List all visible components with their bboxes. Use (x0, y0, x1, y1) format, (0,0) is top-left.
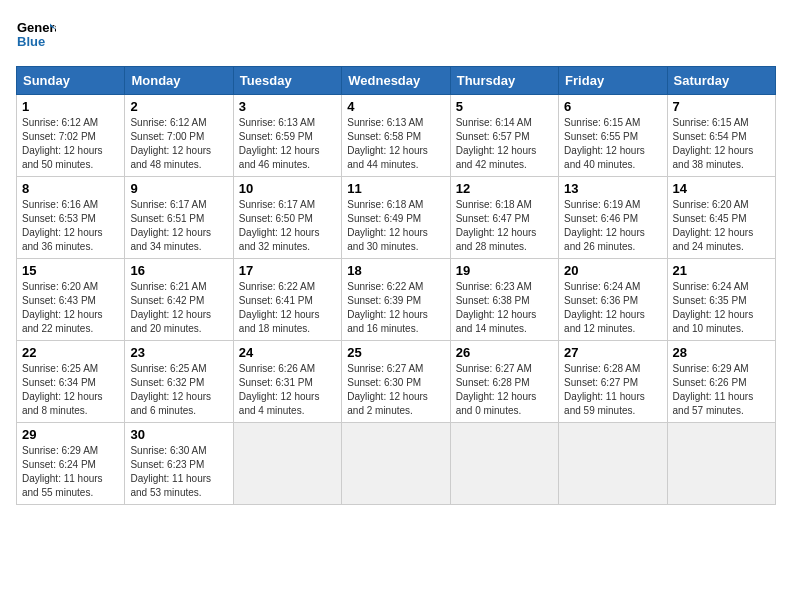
day-info: Sunrise: 6:26 AM Sunset: 6:31 PM Dayligh… (239, 362, 336, 418)
page-header: General Blue (16, 16, 776, 56)
day-number: 13 (564, 181, 661, 196)
day-number: 18 (347, 263, 444, 278)
calendar-body: 1Sunrise: 6:12 AM Sunset: 7:02 PM Daylig… (17, 95, 776, 505)
calendar-table: SundayMondayTuesdayWednesdayThursdayFrid… (16, 66, 776, 505)
day-number: 28 (673, 345, 770, 360)
calendar-week-row: 8Sunrise: 6:16 AM Sunset: 6:53 PM Daylig… (17, 177, 776, 259)
calendar-week-row: 22Sunrise: 6:25 AM Sunset: 6:34 PM Dayli… (17, 341, 776, 423)
day-number: 1 (22, 99, 119, 114)
calendar-cell: 3Sunrise: 6:13 AM Sunset: 6:59 PM Daylig… (233, 95, 341, 177)
day-number: 12 (456, 181, 553, 196)
day-info: Sunrise: 6:20 AM Sunset: 6:45 PM Dayligh… (673, 198, 770, 254)
calendar-cell: 7Sunrise: 6:15 AM Sunset: 6:54 PM Daylig… (667, 95, 775, 177)
day-info: Sunrise: 6:24 AM Sunset: 6:35 PM Dayligh… (673, 280, 770, 336)
calendar-cell: 27Sunrise: 6:28 AM Sunset: 6:27 PM Dayli… (559, 341, 667, 423)
day-number: 25 (347, 345, 444, 360)
day-info: Sunrise: 6:17 AM Sunset: 6:50 PM Dayligh… (239, 198, 336, 254)
calendar-header-row: SundayMondayTuesdayWednesdayThursdayFrid… (17, 67, 776, 95)
day-number: 23 (130, 345, 227, 360)
day-info: Sunrise: 6:15 AM Sunset: 6:55 PM Dayligh… (564, 116, 661, 172)
calendar-cell: 25Sunrise: 6:27 AM Sunset: 6:30 PM Dayli… (342, 341, 450, 423)
day-number: 19 (456, 263, 553, 278)
day-info: Sunrise: 6:12 AM Sunset: 7:02 PM Dayligh… (22, 116, 119, 172)
day-info: Sunrise: 6:30 AM Sunset: 6:23 PM Dayligh… (130, 444, 227, 500)
day-info: Sunrise: 6:22 AM Sunset: 6:39 PM Dayligh… (347, 280, 444, 336)
day-info: Sunrise: 6:25 AM Sunset: 6:34 PM Dayligh… (22, 362, 119, 418)
day-info: Sunrise: 6:12 AM Sunset: 7:00 PM Dayligh… (130, 116, 227, 172)
calendar-cell (450, 423, 558, 505)
day-info: Sunrise: 6:28 AM Sunset: 6:27 PM Dayligh… (564, 362, 661, 418)
day-info: Sunrise: 6:27 AM Sunset: 6:28 PM Dayligh… (456, 362, 553, 418)
day-number: 2 (130, 99, 227, 114)
day-number: 17 (239, 263, 336, 278)
day-info: Sunrise: 6:18 AM Sunset: 6:49 PM Dayligh… (347, 198, 444, 254)
calendar-cell: 30Sunrise: 6:30 AM Sunset: 6:23 PM Dayli… (125, 423, 233, 505)
calendar-cell: 5Sunrise: 6:14 AM Sunset: 6:57 PM Daylig… (450, 95, 558, 177)
day-info: Sunrise: 6:18 AM Sunset: 6:47 PM Dayligh… (456, 198, 553, 254)
svg-text:General: General (17, 20, 56, 35)
calendar-day-header: Thursday (450, 67, 558, 95)
day-info: Sunrise: 6:29 AM Sunset: 6:26 PM Dayligh… (673, 362, 770, 418)
calendar-cell: 23Sunrise: 6:25 AM Sunset: 6:32 PM Dayli… (125, 341, 233, 423)
calendar-cell: 15Sunrise: 6:20 AM Sunset: 6:43 PM Dayli… (17, 259, 125, 341)
day-number: 8 (22, 181, 119, 196)
logo-svg: General Blue (16, 16, 56, 56)
day-info: Sunrise: 6:27 AM Sunset: 6:30 PM Dayligh… (347, 362, 444, 418)
day-info: Sunrise: 6:25 AM Sunset: 6:32 PM Dayligh… (130, 362, 227, 418)
calendar-cell: 21Sunrise: 6:24 AM Sunset: 6:35 PM Dayli… (667, 259, 775, 341)
calendar-cell: 1Sunrise: 6:12 AM Sunset: 7:02 PM Daylig… (17, 95, 125, 177)
day-number: 21 (673, 263, 770, 278)
day-number: 14 (673, 181, 770, 196)
day-info: Sunrise: 6:22 AM Sunset: 6:41 PM Dayligh… (239, 280, 336, 336)
calendar-week-row: 15Sunrise: 6:20 AM Sunset: 6:43 PM Dayli… (17, 259, 776, 341)
calendar-cell: 9Sunrise: 6:17 AM Sunset: 6:51 PM Daylig… (125, 177, 233, 259)
calendar-cell (342, 423, 450, 505)
day-number: 22 (22, 345, 119, 360)
day-number: 24 (239, 345, 336, 360)
calendar-cell: 18Sunrise: 6:22 AM Sunset: 6:39 PM Dayli… (342, 259, 450, 341)
day-number: 16 (130, 263, 227, 278)
day-number: 5 (456, 99, 553, 114)
calendar-cell: 6Sunrise: 6:15 AM Sunset: 6:55 PM Daylig… (559, 95, 667, 177)
calendar-cell: 24Sunrise: 6:26 AM Sunset: 6:31 PM Dayli… (233, 341, 341, 423)
calendar-day-header: Wednesday (342, 67, 450, 95)
calendar-cell: 28Sunrise: 6:29 AM Sunset: 6:26 PM Dayli… (667, 341, 775, 423)
calendar-cell: 22Sunrise: 6:25 AM Sunset: 6:34 PM Dayli… (17, 341, 125, 423)
day-number: 27 (564, 345, 661, 360)
calendar-cell (233, 423, 341, 505)
calendar-day-header: Tuesday (233, 67, 341, 95)
calendar-cell: 10Sunrise: 6:17 AM Sunset: 6:50 PM Dayli… (233, 177, 341, 259)
day-number: 11 (347, 181, 444, 196)
day-number: 3 (239, 99, 336, 114)
svg-text:Blue: Blue (17, 34, 45, 49)
calendar-cell (559, 423, 667, 505)
day-number: 26 (456, 345, 553, 360)
day-info: Sunrise: 6:16 AM Sunset: 6:53 PM Dayligh… (22, 198, 119, 254)
day-number: 9 (130, 181, 227, 196)
calendar-cell: 4Sunrise: 6:13 AM Sunset: 6:58 PM Daylig… (342, 95, 450, 177)
day-number: 15 (22, 263, 119, 278)
day-info: Sunrise: 6:17 AM Sunset: 6:51 PM Dayligh… (130, 198, 227, 254)
day-info: Sunrise: 6:15 AM Sunset: 6:54 PM Dayligh… (673, 116, 770, 172)
calendar-cell: 13Sunrise: 6:19 AM Sunset: 6:46 PM Dayli… (559, 177, 667, 259)
calendar-cell: 26Sunrise: 6:27 AM Sunset: 6:28 PM Dayli… (450, 341, 558, 423)
day-info: Sunrise: 6:24 AM Sunset: 6:36 PM Dayligh… (564, 280, 661, 336)
calendar-cell: 16Sunrise: 6:21 AM Sunset: 6:42 PM Dayli… (125, 259, 233, 341)
calendar-week-row: 1Sunrise: 6:12 AM Sunset: 7:02 PM Daylig… (17, 95, 776, 177)
day-number: 20 (564, 263, 661, 278)
calendar-cell: 11Sunrise: 6:18 AM Sunset: 6:49 PM Dayli… (342, 177, 450, 259)
day-number: 30 (130, 427, 227, 442)
day-number: 29 (22, 427, 119, 442)
day-info: Sunrise: 6:29 AM Sunset: 6:24 PM Dayligh… (22, 444, 119, 500)
day-info: Sunrise: 6:23 AM Sunset: 6:38 PM Dayligh… (456, 280, 553, 336)
day-number: 4 (347, 99, 444, 114)
day-number: 10 (239, 181, 336, 196)
calendar-day-header: Sunday (17, 67, 125, 95)
calendar-cell: 8Sunrise: 6:16 AM Sunset: 6:53 PM Daylig… (17, 177, 125, 259)
day-number: 6 (564, 99, 661, 114)
calendar-cell: 12Sunrise: 6:18 AM Sunset: 6:47 PM Dayli… (450, 177, 558, 259)
calendar-day-header: Friday (559, 67, 667, 95)
calendar-cell: 29Sunrise: 6:29 AM Sunset: 6:24 PM Dayli… (17, 423, 125, 505)
calendar-week-row: 29Sunrise: 6:29 AM Sunset: 6:24 PM Dayli… (17, 423, 776, 505)
day-info: Sunrise: 6:21 AM Sunset: 6:42 PM Dayligh… (130, 280, 227, 336)
